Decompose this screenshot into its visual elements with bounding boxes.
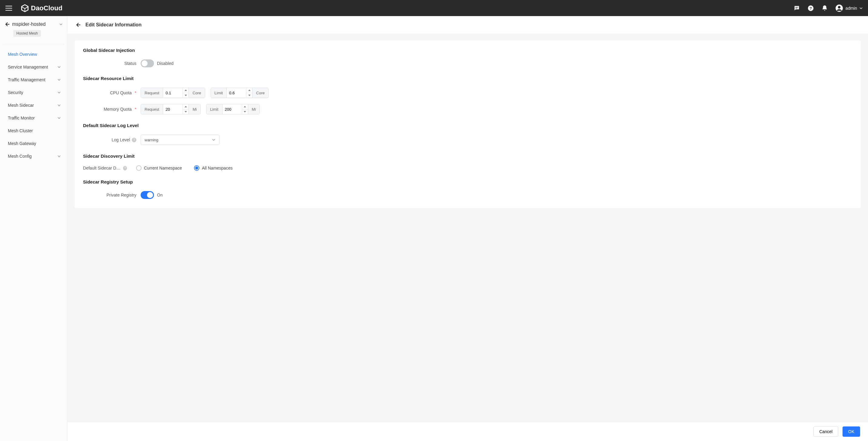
log-level-select[interactable]: warning xyxy=(141,135,219,145)
topbar: DaoCloud ? admin xyxy=(0,0,868,16)
private-registry-label: Private Registry xyxy=(83,193,141,198)
nav-mesh-overview[interactable]: Mesh Overview xyxy=(0,48,67,61)
step-up-button[interactable] xyxy=(246,88,252,93)
section-title: Sidecar Registry Setup xyxy=(83,179,852,184)
help-icon[interactable]: ? xyxy=(807,5,814,11)
section-resource-limit: Sidecar Resource Limit CPU Quota* Reques… xyxy=(83,76,852,114)
section-title: Global Sidecar Injection xyxy=(83,48,852,53)
cpu-unit: Core xyxy=(188,88,205,98)
user-name: admin xyxy=(845,6,857,10)
nav-traffic-management[interactable]: Traffic Management xyxy=(0,74,67,86)
private-registry-value: On xyxy=(157,193,163,198)
status-value: Disabled xyxy=(157,61,173,66)
nav-label: Mesh Sidecar xyxy=(8,103,34,108)
sidebar: mspider-hosted Hosted Mesh Mesh Overview… xyxy=(0,16,67,441)
nav-label: Traffic Monitor xyxy=(8,116,35,120)
discovery-label: Default Sidecar Disco… ? xyxy=(83,166,130,171)
topbar-actions: ? admin xyxy=(794,4,863,12)
step-down-button[interactable] xyxy=(183,110,188,114)
cpu-quota-label: CPU Quota* xyxy=(83,90,141,95)
step-up-button[interactable] xyxy=(183,88,188,93)
page-title: Edit Sidecar Information xyxy=(86,22,142,28)
brand-logo[interactable]: DaoCloud xyxy=(21,4,62,12)
radio-all-namespaces[interactable]: All Namespaces xyxy=(194,165,232,171)
help-icon[interactable]: ? xyxy=(123,166,127,171)
private-registry-toggle[interactable] xyxy=(141,191,154,199)
step-down-button[interactable] xyxy=(242,110,248,114)
ok-button[interactable]: OK xyxy=(842,427,860,437)
mem-limit-value[interactable] xyxy=(222,104,242,114)
page-header: Edit Sidecar Information xyxy=(67,16,868,34)
chevron-down-icon xyxy=(57,91,61,94)
section-discovery-limit: Sidecar Discovery Limit Default Sidecar … xyxy=(83,153,852,171)
chat-icon[interactable] xyxy=(794,5,800,11)
radio-label: All Namespaces xyxy=(202,166,232,171)
mem-limit-input: Limit Mi xyxy=(206,104,260,114)
cpu-limit-input: Limit Core xyxy=(211,88,269,98)
chevron-down-icon xyxy=(57,104,61,107)
nav-label: Mesh Cluster xyxy=(8,128,33,133)
mem-request-input: Request Mi xyxy=(141,104,200,114)
radio-label: Current Namespace xyxy=(144,166,182,171)
brand-name: DaoCloud xyxy=(31,4,62,12)
radio-current-namespace[interactable]: Current Namespace xyxy=(136,165,182,171)
chevron-down-icon xyxy=(59,23,63,26)
section-log-level: Default Sidecar Log Level Log Level ? wa… xyxy=(83,123,852,145)
user-menu[interactable]: admin xyxy=(835,4,863,12)
help-icon[interactable]: ? xyxy=(132,138,136,142)
cpu-limit-value[interactable] xyxy=(227,88,246,98)
chevron-down-icon xyxy=(57,65,61,69)
mesh-title[interactable]: mspider-hosted xyxy=(4,22,63,27)
nav-traffic-monitor[interactable]: Traffic Monitor xyxy=(0,112,67,124)
nav-mesh-sidecar[interactable]: Mesh Sidecar xyxy=(0,99,67,112)
request-addon: Request xyxy=(141,104,163,114)
page-back-button[interactable] xyxy=(75,22,81,28)
nav-mesh-config[interactable]: Mesh Config xyxy=(0,150,67,163)
step-down-button[interactable] xyxy=(246,93,252,98)
svg-rect-0 xyxy=(795,7,798,7)
nav-service-management[interactable]: Service Management xyxy=(0,61,67,74)
limit-addon: Limit xyxy=(211,88,227,98)
memory-quota-label: Memory Quota* xyxy=(83,107,141,112)
nav-label: Service Management xyxy=(8,65,48,69)
content-scroll[interactable]: Global Sidecar Injection Status Disabled… xyxy=(67,34,868,422)
nav-mesh-cluster[interactable]: Mesh Cluster xyxy=(0,124,67,137)
status-label: Status xyxy=(83,61,141,66)
svg-rect-1 xyxy=(795,8,797,8)
limit-addon: Limit xyxy=(207,104,222,114)
sidebar-divider xyxy=(3,44,64,44)
hamburger-menu[interactable] xyxy=(5,6,12,10)
section-title: Default Sidecar Log Level xyxy=(83,123,852,128)
discovery-radio-group: Current Namespace All Namespaces xyxy=(136,165,232,171)
nav-label: Mesh Config xyxy=(8,154,32,158)
log-level-label: Log Level ? xyxy=(83,138,141,142)
section-title: Sidecar Discovery Limit xyxy=(83,153,852,158)
form-card: Global Sidecar Injection Status Disabled… xyxy=(74,40,861,208)
mem-request-value[interactable] xyxy=(163,104,182,114)
cpu-request-input: Request Core xyxy=(141,88,205,98)
svg-point-5 xyxy=(838,6,841,8)
svg-text:?: ? xyxy=(809,6,812,10)
avatar-icon xyxy=(835,4,843,12)
bell-icon[interactable] xyxy=(821,5,828,11)
cpu-request-value[interactable] xyxy=(163,88,182,98)
chevron-down-icon xyxy=(212,138,216,142)
section-global-injection: Global Sidecar Injection Status Disabled xyxy=(83,48,852,67)
nav-label: Mesh Overview xyxy=(8,52,37,57)
footer: Cancel OK xyxy=(67,422,868,441)
nav-security[interactable]: Security xyxy=(0,86,67,99)
nav-label: Security xyxy=(8,90,23,95)
chevron-down-icon xyxy=(57,116,61,120)
nav-mesh-gateway[interactable]: Mesh Gateway xyxy=(0,137,67,150)
step-down-button[interactable] xyxy=(183,93,188,98)
mesh-name: mspider-hosted xyxy=(12,22,57,27)
mesh-type-badge: Hosted Mesh xyxy=(13,30,41,37)
log-level-value: warning xyxy=(145,138,212,142)
status-toggle[interactable] xyxy=(141,59,154,67)
chevron-down-icon xyxy=(860,7,863,10)
step-up-button[interactable] xyxy=(183,104,188,110)
request-addon: Request xyxy=(141,88,163,98)
cancel-button[interactable]: Cancel xyxy=(813,427,838,437)
step-up-button[interactable] xyxy=(242,104,248,110)
nav-label: Mesh Gateway xyxy=(8,141,36,146)
